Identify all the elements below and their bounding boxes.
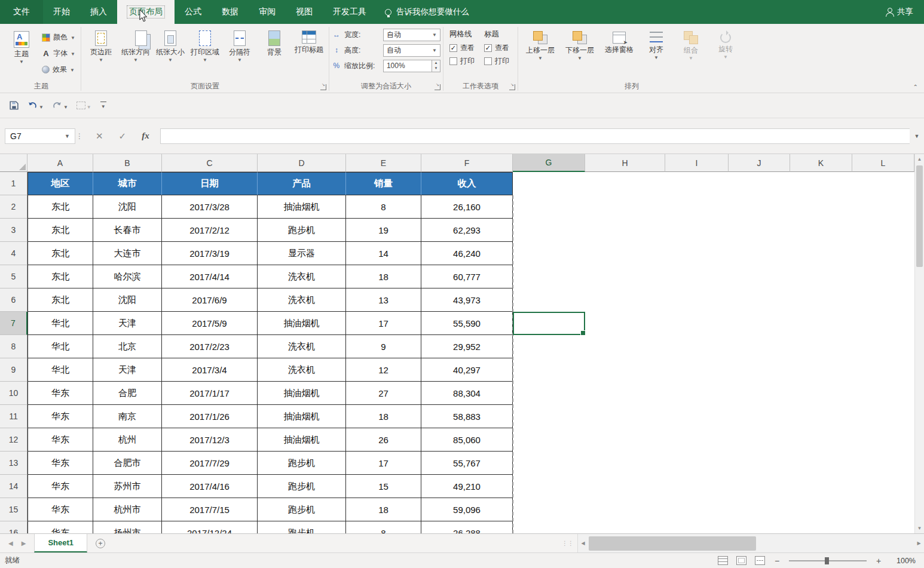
cell-D9[interactable]: 洗衣机 <box>258 358 346 382</box>
print-titles-button[interactable]: 打印标题 <box>292 27 326 54</box>
cell-I5[interactable] <box>665 265 729 288</box>
scale-spinner[interactable]: 100% ▲▼ <box>383 60 440 72</box>
cell-K6[interactable] <box>790 288 852 312</box>
row-header-5[interactable]: 5 <box>0 265 27 288</box>
cell-F13[interactable]: 55,767 <box>421 452 513 475</box>
row-header-16[interactable]: 16 <box>0 521 27 533</box>
cell-H8[interactable] <box>585 335 665 358</box>
cell-C11[interactable]: 2017/1/26 <box>162 405 258 428</box>
cell-L9[interactable] <box>852 358 914 382</box>
cell-H12[interactable] <box>585 428 665 452</box>
cell-J12[interactable] <box>729 428 790 452</box>
cell-B2[interactable]: 沈阳 <box>93 195 162 219</box>
save-button[interactable] <box>6 99 22 112</box>
redo-button[interactable]: ▼ <box>49 99 71 112</box>
row-header-9[interactable]: 9 <box>0 358 27 382</box>
cell-E14[interactable]: 15 <box>346 475 421 498</box>
view-normal-button[interactable] <box>718 556 728 565</box>
cell-H15[interactable] <box>585 498 665 521</box>
cell-D2[interactable]: 抽油烟机 <box>258 195 346 219</box>
spin-down-icon[interactable]: ▼ <box>432 66 440 72</box>
cell-F5[interactable]: 60,777 <box>421 265 513 288</box>
cell-F3[interactable]: 62,293 <box>421 219 513 242</box>
cell-H4[interactable] <box>585 242 665 265</box>
cell-I4[interactable] <box>665 242 729 265</box>
dialog-launcher-sheet-options[interactable] <box>509 84 515 90</box>
scroll-down-button[interactable]: ▼ <box>915 523 924 533</box>
cell-E4[interactable]: 14 <box>346 242 421 265</box>
cell-J5[interactable] <box>729 265 790 288</box>
cell-E11[interactable]: 18 <box>346 405 421 428</box>
paper-size-button[interactable]: 纸张大小▼ <box>153 27 188 63</box>
dialog-launcher-page-setup[interactable] <box>320 84 326 90</box>
cell-B11[interactable]: 南京 <box>93 405 162 428</box>
cell-J13[interactable] <box>729 452 790 475</box>
align-button[interactable]: 对齐▼ <box>639 27 674 60</box>
zoom-slider-thumb[interactable] <box>825 557 829 564</box>
new-sheet-button[interactable]: + <box>87 534 114 552</box>
tab-developer[interactable]: 开发工具 <box>323 0 377 24</box>
cell-F16[interactable]: 26,288 <box>421 521 513 533</box>
cell-C7[interactable]: 2017/5/9 <box>162 312 258 335</box>
cell-D4[interactable]: 显示器 <box>258 242 346 265</box>
cell-K10[interactable] <box>790 382 852 405</box>
cell-K15[interactable] <box>790 498 852 521</box>
cell-K2[interactable] <box>790 195 852 219</box>
cell-F8[interactable]: 29,952 <box>421 335 513 358</box>
cell-D3[interactable]: 跑步机 <box>258 219 346 242</box>
gridlines-view-checkbox[interactable]: 查看 <box>449 43 475 53</box>
cell-H6[interactable] <box>585 288 665 312</box>
cell-E9[interactable]: 12 <box>346 358 421 382</box>
cell-A4[interactable]: 东北 <box>27 242 93 265</box>
sheet-nav-right-button[interactable]: ▶ <box>22 540 26 546</box>
row-header-1[interactable]: 1 <box>0 172 27 195</box>
cell-G7[interactable] <box>513 312 585 335</box>
qat-extra-button[interactable]: ▼ <box>74 99 94 112</box>
cell-A13[interactable]: 华东 <box>27 452 93 475</box>
theme-fonts-button[interactable]: A 字体▼ <box>39 47 78 60</box>
column-header-H[interactable]: H <box>585 154 665 172</box>
column-header-G[interactable]: G <box>513 154 585 172</box>
headings-print-checkbox[interactable]: 打印 <box>484 56 509 66</box>
cell-G14[interactable] <box>513 475 585 498</box>
orientation-button[interactable]: 纸张方向▼ <box>118 27 153 63</box>
cell-E15[interactable]: 18 <box>346 498 421 521</box>
cell-H14[interactable] <box>585 475 665 498</box>
cell-C16[interactable]: 2017/12/24 <box>162 521 258 533</box>
cell-H2[interactable] <box>585 195 665 219</box>
cell-B8[interactable]: 北京 <box>93 335 162 358</box>
cell-G2[interactable] <box>513 195 585 219</box>
cell-E3[interactable]: 19 <box>346 219 421 242</box>
cell-J3[interactable] <box>729 219 790 242</box>
vertical-scrollbar[interactable]: ▲ ▼ <box>914 154 924 533</box>
cell-E5[interactable]: 18 <box>346 265 421 288</box>
sheet-nav-left-button[interactable]: ◀ <box>8 540 13 546</box>
cell-H9[interactable] <box>585 358 665 382</box>
cell-I8[interactable] <box>665 335 729 358</box>
cell-I3[interactable] <box>665 219 729 242</box>
cell-H10[interactable] <box>585 382 665 405</box>
cell-I1[interactable] <box>665 172 729 195</box>
cell-A10[interactable]: 华东 <box>27 382 93 405</box>
vertical-scroll-thumb[interactable] <box>916 165 923 267</box>
cell-B4[interactable]: 大连市 <box>93 242 162 265</box>
cell-I12[interactable] <box>665 428 729 452</box>
cell-G9[interactable] <box>513 358 585 382</box>
name-box[interactable]: G7 ▼ <box>5 128 75 144</box>
customize-qat-button[interactable]: ▼ <box>97 100 110 111</box>
expand-formula-bar-button[interactable]: ▼ <box>910 133 924 139</box>
theme-effects-button[interactable]: 效果▼ <box>39 63 78 76</box>
share-button[interactable]: 共享 <box>874 0 924 24</box>
themes-button[interactable]: 主题▼ <box>4 27 39 65</box>
cell-B3[interactable]: 长春市 <box>93 219 162 242</box>
cell-J14[interactable] <box>729 475 790 498</box>
cell-G16[interactable] <box>513 521 585 533</box>
cell-A15[interactable]: 华东 <box>27 498 93 521</box>
cell-B6[interactable]: 沈阳 <box>93 288 162 312</box>
cell-E7[interactable]: 17 <box>346 312 421 335</box>
cell-L2[interactable] <box>852 195 914 219</box>
breaks-button[interactable]: 分隔符▼ <box>222 27 257 63</box>
cell-G11[interactable] <box>513 405 585 428</box>
width-combobox[interactable]: 自动▼ <box>383 29 440 41</box>
cell-H11[interactable] <box>585 405 665 428</box>
